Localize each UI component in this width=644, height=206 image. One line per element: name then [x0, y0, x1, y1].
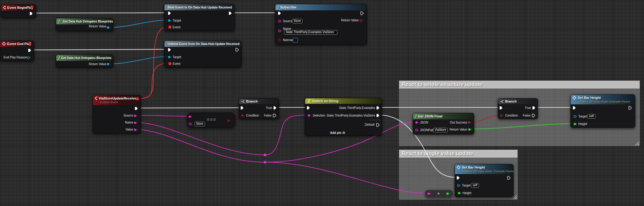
- node-header: Set Bar Height Target is BP Data Getter …: [455, 164, 513, 174]
- node-set-bar-height-2[interactable]: Set Bar Height Target is BP Data Getter …: [455, 164, 514, 197]
- source-pin[interactable]: [278, 19, 282, 23]
- case-1-exec-pin[interactable]: [376, 106, 380, 110]
- return-value-pin[interactable]: [360, 19, 363, 22]
- graph-canvas[interactable]: React to whole structure update React to…: [0, 0, 644, 206]
- target-pin[interactable]: [457, 184, 461, 187]
- event-diamond-icon: [95, 96, 97, 100]
- end-play-reason-pin[interactable]: [27, 56, 31, 59]
- exec-out-pin[interactable]: [628, 106, 632, 110]
- exec-out-pin[interactable]: [360, 11, 364, 15]
- height-pin[interactable]: [458, 191, 461, 195]
- node-to-float-conversion[interactable]: [425, 190, 453, 198]
- target-value-field[interactable]: self: [587, 114, 595, 119]
- out-success-pin[interactable]: [468, 121, 471, 124]
- exec-in-pin[interactable]: [277, 11, 281, 15]
- name-value-field[interactable]: State.ThirdParty.Examples.ViaStore: [284, 30, 337, 35]
- name-pin[interactable]: [134, 121, 137, 124]
- condition-pin[interactable]: [241, 114, 245, 117]
- node-title: Set Bar Height: [462, 166, 485, 169]
- node-get-json-float[interactable]: ƒ Get JSON Float JSON JSONPath ViaStore …: [413, 113, 474, 134]
- input-a-pin[interactable]: [188, 115, 192, 118]
- target-value-field[interactable]: self: [471, 183, 479, 188]
- value-pin[interactable]: [134, 128, 137, 131]
- wire-exec-event-branch1: [138, 108, 240, 108]
- node-event-endplay[interactable]: Event End Play End Play Reason: [0, 40, 34, 61]
- delegate-pin[interactable]: [30, 5, 33, 8]
- node-viastore-update-received[interactable]: ViaStoreUpdateReceived Custom Event Sour…: [93, 95, 141, 134]
- return-value-pin[interactable]: [107, 62, 110, 66]
- condition-pin[interactable]: [500, 114, 504, 117]
- exec-out-pin[interactable]: [235, 48, 239, 52]
- node-branch-1[interactable]: Branch Condition True False: [239, 98, 279, 119]
- add-pin-button[interactable]: Add pin ⊕: [330, 131, 345, 135]
- node-title: Get Data Hub Delegates Blueprints: [61, 56, 112, 60]
- exec-out-pin[interactable]: [507, 176, 511, 180]
- node-string-equals[interactable]: === Store: [187, 113, 235, 128]
- source-value-field[interactable]: Store: [292, 19, 302, 23]
- result-pin[interactable]: [227, 119, 231, 122]
- height-pin[interactable]: [573, 122, 577, 126]
- input-b-pin[interactable]: [189, 122, 192, 126]
- exec-in-pin[interactable]: [456, 176, 460, 180]
- node-branch-2[interactable]: Branch Condition True False: [498, 98, 538, 119]
- exec-in-pin[interactable]: [499, 106, 503, 110]
- exec-out-pin[interactable]: [29, 12, 33, 16]
- target-pin[interactable]: [168, 55, 171, 59]
- false-exec-pin[interactable]: [532, 113, 536, 117]
- case-2-exec-pin[interactable]: [376, 113, 380, 117]
- reroute-node-name[interactable]: [264, 154, 267, 156]
- pin-label-event: Event: [173, 25, 181, 29]
- wire-object-delegates1-bind-target: [109, 20, 168, 27]
- pin-label-height: Height: [463, 191, 471, 195]
- pin-label-return-value: Return Value: [341, 18, 359, 22]
- jsonpath-pin[interactable]: [415, 128, 419, 132]
- delegate-pin[interactable]: [29, 42, 31, 44]
- exec-out-pin[interactable]: [228, 11, 232, 15]
- exec-in-pin[interactable]: [306, 106, 310, 110]
- pin-label-true: True: [266, 106, 272, 110]
- node-get-delegates-2[interactable]: ƒ Get Data Hub Delegates Blueprints Retu…: [56, 54, 113, 68]
- conversion-in-pin[interactable]: [427, 192, 431, 195]
- jsonpath-value-field[interactable]: ViaStore: [433, 128, 448, 132]
- node-title: Set Bar Height: [578, 96, 601, 100]
- default-exec-pin[interactable]: [376, 123, 380, 127]
- node-switch-on-string[interactable]: Switch on String Selection State.ThirdPa…: [305, 98, 382, 136]
- node-event-beginplay[interactable]: Event BeginPlay: [1, 4, 36, 18]
- target-pin[interactable]: [168, 19, 171, 22]
- pin-label-name: Name: [125, 120, 133, 124]
- name-pin[interactable]: [278, 29, 282, 33]
- node-title: Event End Play: [7, 42, 31, 46]
- true-exec-pin[interactable]: [532, 106, 536, 110]
- event-delegate-pin[interactable]: [168, 26, 171, 29]
- add-pin-label: Add pin: [330, 131, 341, 134]
- event-delegate-pin[interactable]: [168, 62, 171, 65]
- conversion-out-pin[interactable]: [446, 192, 450, 195]
- target-pin[interactable]: [573, 115, 577, 118]
- node-get-delegates-1[interactable]: ƒ Get Data Hub Delegates Blueprints Retu…: [56, 18, 113, 31]
- node-subscribe[interactable]: ƒ Subscribe Source Store Name State.Thir…: [275, 4, 367, 45]
- reroute-node-value[interactable]: [264, 161, 267, 164]
- narrow-pin[interactable]: [278, 38, 282, 42]
- return-value-pin[interactable]: [107, 26, 110, 29]
- exec-out-pin[interactable]: [28, 48, 32, 52]
- true-exec-pin[interactable]: [273, 106, 277, 110]
- return-value-pin[interactable]: [468, 128, 472, 131]
- exec-in-pin[interactable]: [572, 106, 576, 110]
- false-exec-pin[interactable]: [273, 113, 277, 117]
- node-unbind-event[interactable]: Unbind Event from On Data Hub Update Rec…: [164, 40, 242, 68]
- source-pin[interactable]: [134, 114, 137, 117]
- node-set-bar-height-1[interactable]: Set Bar Height Target is BP Data Getter …: [570, 94, 635, 128]
- exec-in-pin[interactable]: [167, 11, 171, 15]
- exec-in-pin[interactable]: [240, 106, 244, 110]
- exec-in-pin[interactable]: [167, 48, 171, 52]
- exec-out-pin[interactable]: [134, 106, 138, 110]
- node-title: Branch: [246, 100, 258, 103]
- selection-pin[interactable]: [308, 114, 311, 117]
- node-header: Branch: [239, 99, 279, 104]
- node-bind-event[interactable]: Bind Event to On Data Hub Update Receive…: [164, 4, 235, 31]
- delegate-pin[interactable]: [136, 97, 139, 100]
- json-pin[interactable]: [415, 121, 419, 124]
- narrow-checkbox[interactable]: [293, 38, 298, 43]
- pin-label-condition: Condition: [505, 113, 518, 117]
- equals-literal-field[interactable]: Store: [195, 122, 205, 126]
